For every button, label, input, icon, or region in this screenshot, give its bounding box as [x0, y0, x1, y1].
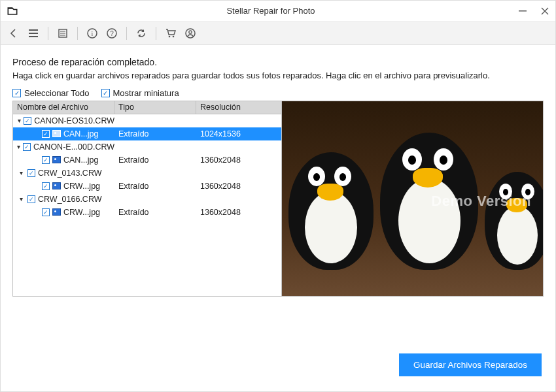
image-file-icon [52, 130, 61, 137]
svg-point-7 [173, 35, 175, 37]
chevron-down-icon[interactable]: ▾ [17, 195, 25, 203]
results-panel: Nombre del Archivo Tipo Resolución ▾✓CAN… [12, 101, 544, 297]
footer: Guardar Archivos Reparados [399, 353, 542, 376]
select-all-checkbox[interactable]: ✓ Seleccionar Todo [12, 88, 90, 98]
column-type[interactable]: Tipo [114, 101, 196, 114]
tree-child-row[interactable]: ✓CAN...jpgExtraído1360x2048 [13, 154, 281, 167]
file-name: CRW_0143.CRW [38, 169, 102, 178]
watermark-text: Demo Version [431, 193, 531, 210]
page-subtext: Haga click en guardar archivos reparados… [12, 70, 544, 82]
file-type: Extraído [114, 155, 196, 165]
file-resolution: 1360x2048 [196, 208, 281, 217]
file-resolution: 1024x1536 [196, 129, 281, 139]
image-file-icon [52, 182, 61, 189]
app-icon [6, 5, 19, 18]
separator [156, 27, 156, 40]
file-name: CAN...jpg [63, 155, 99, 165]
show-thumbnail-label: Mostrar miniatura [113, 88, 179, 98]
tree-parent-row[interactable]: ▾✓CRW_0143.CRW [13, 167, 281, 180]
checkbox-icon[interactable]: ✓ [42, 208, 50, 216]
chevron-down-icon[interactable]: ▾ [17, 143, 20, 150]
save-repaired-button[interactable]: Guardar Archivos Reparados [399, 353, 542, 376]
column-resolution[interactable]: Resolución [196, 101, 281, 114]
tree-parent-row[interactable]: ▾✓CANON-EOS10.CRW [13, 114, 281, 127]
svg-text:i: i [92, 30, 94, 37]
toolbar: i ? [1, 22, 555, 45]
svg-point-9 [189, 30, 192, 33]
content-area: Proceso de reparación completado. Haga c… [1, 45, 555, 297]
user-icon[interactable] [184, 27, 197, 40]
file-name: CAN...jpg [63, 129, 99, 139]
tree-header: Nombre del Archivo Tipo Resolución [13, 101, 281, 114]
minimize-button[interactable] [517, 6, 528, 16]
refresh-icon[interactable] [135, 27, 148, 40]
checkbox-icon: ✓ [12, 89, 21, 97]
file-resolution: 1360x2048 [196, 182, 281, 191]
image-file-icon [52, 208, 61, 216]
page-heading: Proceso de reparación completado. [12, 57, 544, 67]
image-file-icon [52, 156, 61, 163]
options-row: ✓ Seleccionar Todo ✓ Mostrar miniatura [12, 88, 544, 98]
list-icon[interactable] [56, 27, 69, 40]
window-controls [517, 6, 550, 16]
checkbox-icon[interactable]: ✓ [24, 117, 31, 125]
menu-icon[interactable] [27, 27, 40, 40]
help-icon[interactable]: ? [105, 27, 118, 40]
svg-point-6 [169, 35, 171, 37]
separator [77, 27, 78, 40]
svg-text:?: ? [110, 30, 114, 37]
tree-parent-row[interactable]: ▾✓CRW_0166.CRW [13, 193, 281, 206]
titlebar: Stellar Repair for Photo [1, 1, 555, 22]
tree-parent-row[interactable]: ▾✓CANON-E...00D.CRW [13, 140, 281, 154]
file-name: CRW...jpg [63, 182, 100, 191]
chevron-down-icon[interactable]: ▾ [17, 117, 21, 124]
tree-body[interactable]: ▾✓CANON-EOS10.CRW✓CAN...jpgExtraído1024x… [13, 114, 281, 296]
separator [48, 27, 48, 40]
tree-child-row[interactable]: ✓CRW...jpgExtraído1360x2048 [13, 206, 281, 219]
chevron-down-icon[interactable]: ▾ [17, 169, 25, 176]
preview-image: Demo Version [282, 101, 543, 296]
file-type: Extraído [114, 129, 196, 139]
info-icon[interactable]: i [86, 27, 99, 40]
file-type: Extraído [114, 208, 196, 217]
checkbox-icon[interactable]: ✓ [42, 182, 50, 190]
checkbox-icon[interactable]: ✓ [23, 143, 31, 151]
checkbox-icon: ✓ [101, 89, 110, 97]
column-name[interactable]: Nombre del Archivo [13, 101, 114, 114]
tree-child-row[interactable]: ✓CAN...jpgExtraído1024x1536 [13, 127, 281, 140]
file-name: CANON-EOS10.CRW [34, 116, 114, 125]
select-all-label: Seleccionar Todo [24, 88, 90, 98]
back-icon[interactable] [7, 27, 20, 40]
show-thumbnail-checkbox[interactable]: ✓ Mostrar miniatura [101, 88, 179, 98]
file-name: CRW_0166.CRW [38, 195, 102, 204]
checkbox-icon[interactable]: ✓ [27, 169, 35, 177]
checkbox-icon[interactable]: ✓ [42, 156, 50, 164]
close-button[interactable] [540, 6, 550, 16]
file-tree-pane: Nombre del Archivo Tipo Resolución ▾✓CAN… [13, 101, 281, 296]
tree-child-row[interactable]: ✓CRW...jpgExtraído1360x2048 [13, 180, 281, 193]
window-title: Stellar Repair for Photo [24, 6, 517, 16]
file-type: Extraído [114, 182, 196, 191]
file-name: CANON-E...00D.CRW [33, 142, 114, 152]
file-resolution: 1360x2048 [196, 155, 281, 165]
preview-pane: Demo Version [281, 101, 543, 296]
svg-rect-0 [519, 10, 527, 12]
checkbox-icon[interactable]: ✓ [42, 130, 50, 138]
checkbox-icon[interactable]: ✓ [27, 195, 35, 203]
file-name: CRW...jpg [63, 208, 100, 217]
cart-icon[interactable] [164, 27, 177, 40]
separator [126, 27, 127, 40]
